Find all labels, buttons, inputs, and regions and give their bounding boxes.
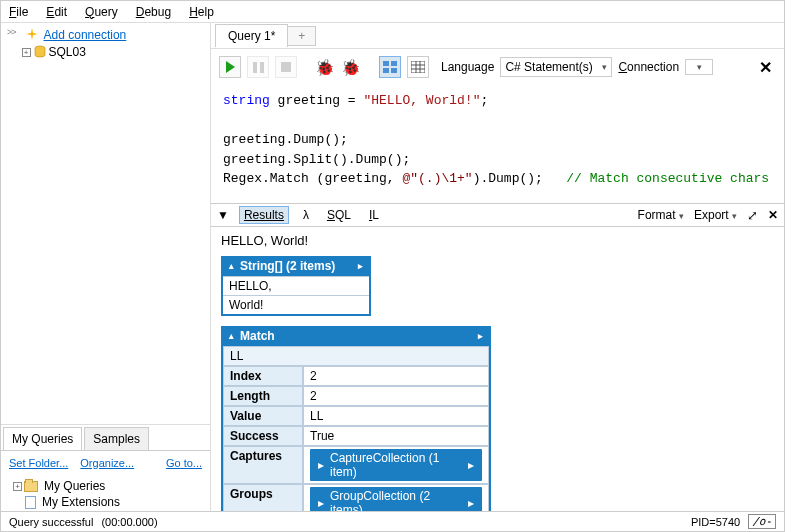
match-key: Captures <box>223 446 303 484</box>
group-collection-link[interactable]: ▸GroupCollection (2 items)▸ <box>310 487 482 511</box>
match-key: Groups <box>223 484 303 511</box>
menu-help[interactable]: Help <box>187 3 216 21</box>
document-icon <box>25 496 36 509</box>
match-key: Success <box>223 426 303 446</box>
export-menu[interactable]: Export ▾ <box>694 208 737 222</box>
svg-rect-3 <box>391 61 397 66</box>
match-val: True <box>303 426 489 446</box>
left-panel: >> Add connection + SQL03 <box>1 23 211 511</box>
close-results-button[interactable]: ✕ <box>768 208 778 222</box>
status-time: (00:00.000) <box>101 516 157 528</box>
db-name: SQL03 <box>49 45 86 59</box>
view-grid-button[interactable] <box>407 56 429 78</box>
menu-debug[interactable]: Debug <box>134 3 173 21</box>
organize-link[interactable]: Organize... <box>80 457 134 469</box>
sql-tab[interactable]: SQL <box>323 207 355 223</box>
menu-query[interactable]: Query <box>83 3 120 21</box>
match-val: 2 <box>303 366 489 386</box>
menu-edit[interactable]: Edit <box>44 3 69 21</box>
expand-icon[interactable]: ⤢ <box>747 208 758 223</box>
collapse-icon: ▴ <box>229 261 234 271</box>
match-val: ▸CaptureCollection (1 item)▸ <box>303 446 489 484</box>
code-editor[interactable]: string greeting = "HELLO, World!"; greet… <box>211 85 784 203</box>
status-optimize[interactable]: /o- <box>748 514 776 529</box>
connections-pane: >> Add connection + SQL03 <box>1 23 210 425</box>
svg-rect-4 <box>383 68 389 73</box>
query-tabs: Query 1* + <box>211 23 784 49</box>
string-item: World! <box>223 295 369 314</box>
stop-button[interactable] <box>275 56 297 78</box>
collapse-chevrons-icon[interactable]: >> <box>5 27 18 37</box>
match-tostring: LL <box>223 346 489 366</box>
match-val: LL <box>303 406 489 426</box>
capture-collection-link[interactable]: ▸CaptureCollection (1 item)▸ <box>310 449 482 481</box>
goto-link[interactable]: Go to... <box>166 457 202 469</box>
match-key: Index <box>223 366 303 386</box>
stop-icon <box>281 62 291 72</box>
tab-my-queries[interactable]: My Queries <box>3 427 82 450</box>
play-icon <box>226 61 235 73</box>
tree-my-queries[interactable]: + My Queries <box>13 479 202 493</box>
pause-button[interactable] <box>247 56 269 78</box>
tree-my-extensions[interactable]: My Extensions <box>25 495 202 509</box>
connection-select[interactable]: ▾ <box>685 59 713 75</box>
lower-tabs: My Queries Samples <box>1 425 210 451</box>
svg-rect-2 <box>383 61 389 66</box>
results-tabbar: ▼ Results λ SQL IL Format ▾ Export ▾ ⤢ ✕ <box>211 203 784 227</box>
results-tab[interactable]: Results <box>239 206 289 224</box>
connection-label: Connection <box>618 60 679 74</box>
toolbar: 🐞 🐞 Language C# Statement(s) ▾ Connectio… <box>211 49 784 85</box>
right-panel: Query 1* + 🐞 🐞 Language C# Statement(s) … <box>211 23 784 511</box>
folder-icon <box>24 481 38 492</box>
add-tab-button[interactable]: + <box>288 26 316 46</box>
menu-bar: File Edit Query Debug Help <box>1 1 784 23</box>
chevron-right-icon: ▸ <box>358 261 363 271</box>
menu-file[interactable]: File <box>7 3 30 21</box>
status-pid: PID=5740 <box>691 516 740 528</box>
match-header[interactable]: ▴ Match ▸ <box>221 326 491 346</box>
dump-greeting: HELLO, World! <box>221 233 774 248</box>
language-value: C# Statement(s) <box>505 60 592 74</box>
tab-samples[interactable]: Samples <box>84 427 149 451</box>
db-tree-item[interactable]: + SQL03 <box>22 45 206 59</box>
expand-icon[interactable]: + <box>22 48 31 57</box>
match-val: ▸GroupCollection (2 items)▸ <box>303 484 489 511</box>
pause-icon <box>253 62 264 73</box>
status-text: Query successful <box>9 516 93 528</box>
svg-marker-0 <box>26 28 38 40</box>
add-connection-link[interactable]: Add connection <box>44 28 127 42</box>
string-array-header[interactable]: ▴ String[] (2 items) ▸ <box>221 256 371 276</box>
match-key: Length <box>223 386 303 406</box>
tree-label: My Queries <box>44 479 105 493</box>
language-select[interactable]: C# Statement(s) ▾ <box>500 57 612 77</box>
grid-view-icon <box>411 61 425 73</box>
query-tab-1[interactable]: Query 1* <box>215 24 288 47</box>
expand-icon[interactable]: + <box>13 482 22 491</box>
collapse-icon: ▴ <box>229 331 234 341</box>
results-pane: HELLO, World! ▴ String[] (2 items) ▸ HEL… <box>211 227 784 511</box>
view-rich-button[interactable] <box>379 56 401 78</box>
match-key: Value <box>223 406 303 426</box>
match-val: 2 <box>303 386 489 406</box>
close-button[interactable]: ✕ <box>759 58 772 77</box>
run-button[interactable] <box>219 56 241 78</box>
string-item: HELLO, <box>223 276 369 295</box>
sparkle-icon <box>24 27 40 43</box>
lambda-tab[interactable]: λ <box>299 207 313 223</box>
language-label: Language <box>441 60 494 74</box>
bug-red-icon[interactable]: 🐞 <box>315 58 335 77</box>
bug-blue-icon[interactable]: 🐞 <box>341 58 361 77</box>
il-tab[interactable]: IL <box>365 207 383 223</box>
svg-rect-6 <box>411 61 425 73</box>
set-folder-link[interactable]: Set Folder... <box>9 457 68 469</box>
rich-view-icon <box>383 61 397 73</box>
collapse-results-icon[interactable]: ▼ <box>217 208 229 222</box>
svg-rect-5 <box>391 68 397 73</box>
status-bar: Query successful (00:00.000) PID=5740 /o… <box>1 511 784 531</box>
database-icon <box>33 45 47 59</box>
chevron-down-icon: ▾ <box>602 62 607 72</box>
chevron-down-icon: ▾ <box>697 62 702 72</box>
format-menu[interactable]: Format ▾ <box>638 208 684 222</box>
tree-label: My Extensions <box>42 495 120 509</box>
chevron-right-icon: ▸ <box>478 331 483 341</box>
